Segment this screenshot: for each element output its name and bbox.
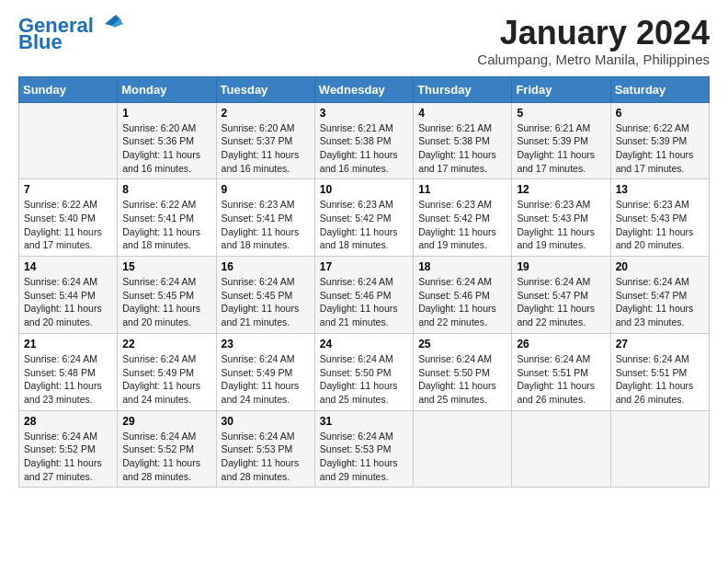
sunrise-text: Sunrise: 6:24 AM (222, 352, 310, 366)
calendar-cell: 31Sunrise: 6:24 AMSunset: 5:53 PMDayligh… (314, 410, 413, 488)
day-number: 17 (320, 260, 408, 273)
calendar-cell (512, 410, 610, 488)
column-header-friday: Friday (512, 76, 610, 102)
calendar-cell: 21Sunrise: 6:24 AMSunset: 5:48 PMDayligh… (19, 333, 118, 410)
daylight-text: Daylight: 11 hours and 24 minutes. (222, 379, 310, 406)
month-title: January 2024 (477, 15, 710, 52)
calendar-table: SundayMondayTuesdayWednesdayThursdayFrid… (18, 76, 710, 488)
calendar-cell: 24Sunrise: 6:24 AMSunset: 5:50 PMDayligh… (314, 333, 413, 410)
sunset-text: Sunset: 5:36 PM (122, 134, 210, 148)
sunset-text: Sunset: 5:42 PM (418, 212, 506, 225)
calendar-cell: 3Sunrise: 6:21 AMSunset: 5:38 PMDaylight… (314, 102, 413, 179)
sunrise-text: Sunrise: 6:24 AM (418, 275, 506, 289)
day-number: 18 (418, 260, 506, 273)
sunset-text: Sunset: 5:49 PM (122, 366, 210, 380)
calendar-cell: 19Sunrise: 6:24 AMSunset: 5:47 PMDayligh… (512, 257, 610, 334)
day-number: 4 (418, 107, 506, 120)
daylight-text: Daylight: 11 hours and 17 minutes. (517, 148, 605, 175)
calendar-week-row: 21Sunrise: 6:24 AMSunset: 5:48 PMDayligh… (19, 333, 710, 410)
column-header-sunday: Sunday (19, 76, 118, 102)
day-number: 1 (122, 107, 210, 120)
day-number: 25 (418, 338, 506, 350)
sunset-text: Sunset: 5:37 PM (222, 134, 310, 148)
sunrise-text: Sunrise: 6:24 AM (320, 352, 408, 366)
sunset-text: Sunset: 5:50 PM (320, 366, 408, 380)
calendar-cell: 14Sunrise: 6:24 AMSunset: 5:44 PMDayligh… (19, 257, 118, 334)
daylight-text: Daylight: 11 hours and 18 minutes. (320, 225, 408, 252)
sunrise-text: Sunrise: 6:24 AM (616, 352, 704, 366)
calendar-cell: 25Sunrise: 6:24 AMSunset: 5:50 PMDayligh… (414, 333, 512, 410)
day-number: 24 (320, 338, 408, 350)
calendar-header-row: SundayMondayTuesdayWednesdayThursdayFrid… (19, 76, 710, 102)
calendar-cell: 22Sunrise: 6:24 AMSunset: 5:49 PMDayligh… (118, 333, 216, 410)
sunset-text: Sunset: 5:46 PM (320, 289, 408, 303)
day-number: 2 (222, 107, 310, 120)
daylight-text: Daylight: 11 hours and 26 minutes. (517, 379, 605, 406)
daylight-text: Daylight: 11 hours and 16 minutes. (222, 148, 310, 175)
sunset-text: Sunset: 5:45 PM (122, 289, 210, 303)
sunset-text: Sunset: 5:52 PM (122, 442, 210, 456)
day-number: 15 (122, 260, 210, 273)
day-number: 11 (418, 183, 506, 196)
daylight-text: Daylight: 11 hours and 22 minutes. (517, 302, 605, 328)
calendar-cell: 28Sunrise: 6:24 AMSunset: 5:52 PMDayligh… (19, 410, 118, 488)
calendar-cell: 6Sunrise: 6:22 AMSunset: 5:39 PMDaylight… (610, 102, 709, 179)
title-block: January 2024 Calumpang, Metro Manila, Ph… (477, 15, 710, 67)
calendar-week-row: 14Sunrise: 6:24 AMSunset: 5:44 PMDayligh… (19, 257, 710, 334)
sunrise-text: Sunrise: 6:23 AM (616, 198, 704, 212)
sunset-text: Sunset: 5:46 PM (418, 289, 506, 303)
sunset-text: Sunset: 5:53 PM (222, 442, 310, 456)
sunrise-text: Sunrise: 6:20 AM (222, 121, 310, 135)
sunset-text: Sunset: 5:44 PM (24, 289, 112, 303)
sunrise-text: Sunrise: 6:23 AM (418, 198, 506, 212)
daylight-text: Daylight: 11 hours and 18 minutes. (222, 225, 310, 252)
daylight-text: Daylight: 11 hours and 18 minutes. (122, 225, 210, 252)
sunset-text: Sunset: 5:52 PM (24, 442, 112, 456)
calendar-cell: 7Sunrise: 6:22 AMSunset: 5:40 PMDaylight… (19, 179, 118, 257)
calendar-cell (19, 102, 118, 179)
logo: General Blue (18, 15, 123, 53)
calendar-cell: 2Sunrise: 6:20 AMSunset: 5:37 PMDaylight… (216, 102, 314, 179)
day-number: 21 (24, 338, 112, 350)
calendar-week-row: 28Sunrise: 6:24 AMSunset: 5:52 PMDayligh… (19, 410, 710, 488)
sunrise-text: Sunrise: 6:22 AM (616, 121, 704, 135)
sunset-text: Sunset: 5:42 PM (320, 212, 408, 225)
daylight-text: Daylight: 11 hours and 26 minutes. (616, 379, 704, 406)
sunrise-text: Sunrise: 6:23 AM (222, 198, 310, 212)
daylight-text: Daylight: 11 hours and 20 minutes. (122, 302, 210, 328)
sunrise-text: Sunrise: 6:24 AM (24, 352, 112, 366)
day-number: 13 (616, 183, 704, 196)
daylight-text: Daylight: 11 hours and 19 minutes. (517, 225, 605, 252)
day-number: 23 (222, 338, 310, 350)
daylight-text: Daylight: 11 hours and 21 minutes. (320, 302, 408, 328)
calendar-cell: 17Sunrise: 6:24 AMSunset: 5:46 PMDayligh… (314, 257, 413, 334)
day-number: 30 (222, 415, 310, 428)
day-number: 27 (616, 338, 704, 350)
day-number: 28 (24, 415, 112, 428)
calendar-cell: 30Sunrise: 6:24 AMSunset: 5:53 PMDayligh… (216, 410, 314, 488)
calendar-cell (414, 410, 512, 488)
sunrise-text: Sunrise: 6:21 AM (517, 121, 605, 135)
sunrise-text: Sunrise: 6:24 AM (122, 352, 210, 366)
daylight-text: Daylight: 11 hours and 17 minutes. (24, 225, 112, 252)
daylight-text: Daylight: 11 hours and 28 minutes. (222, 456, 310, 483)
daylight-text: Daylight: 11 hours and 25 minutes. (418, 379, 506, 406)
sunset-text: Sunset: 5:49 PM (222, 366, 310, 380)
calendar-cell: 29Sunrise: 6:24 AMSunset: 5:52 PMDayligh… (118, 410, 216, 488)
sunrise-text: Sunrise: 6:21 AM (320, 121, 408, 135)
calendar-cell: 26Sunrise: 6:24 AMSunset: 5:51 PMDayligh… (512, 333, 610, 410)
calendar-cell: 16Sunrise: 6:24 AMSunset: 5:45 PMDayligh… (216, 257, 314, 334)
daylight-text: Daylight: 11 hours and 22 minutes. (418, 302, 506, 328)
calendar-cell: 15Sunrise: 6:24 AMSunset: 5:45 PMDayligh… (118, 257, 216, 334)
column-header-tuesday: Tuesday (216, 76, 314, 102)
sunrise-text: Sunrise: 6:24 AM (222, 275, 310, 289)
logo-bird-icon (96, 11, 123, 37)
calendar-cell: 20Sunrise: 6:24 AMSunset: 5:47 PMDayligh… (610, 257, 709, 334)
sunrise-text: Sunrise: 6:24 AM (222, 430, 310, 443)
day-number: 10 (320, 183, 408, 196)
logo-blue: Blue (18, 31, 63, 53)
calendar-cell: 5Sunrise: 6:21 AMSunset: 5:39 PMDaylight… (512, 102, 610, 179)
sunset-text: Sunset: 5:43 PM (517, 212, 605, 225)
sunrise-text: Sunrise: 6:23 AM (320, 198, 408, 212)
daylight-text: Daylight: 11 hours and 25 minutes. (320, 379, 408, 406)
